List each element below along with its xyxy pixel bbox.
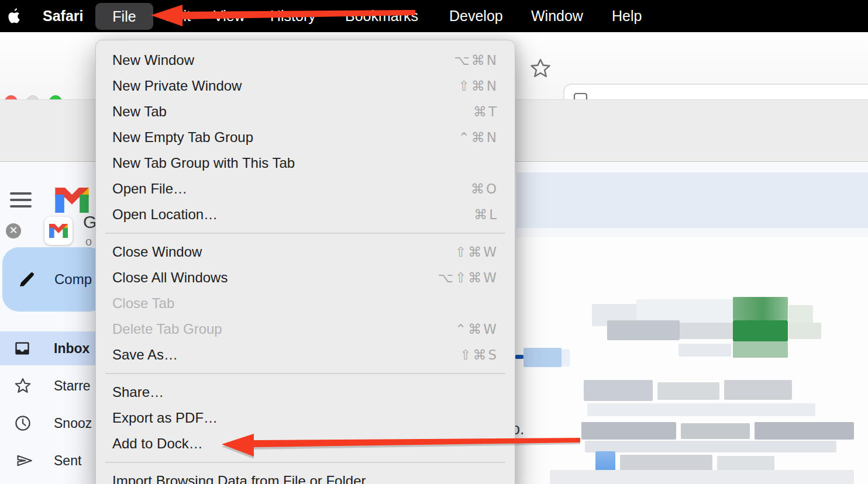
blurred-content-block bbox=[681, 423, 750, 439]
bookmark-star-icon[interactable] bbox=[529, 57, 552, 79]
menu-item-delete-tab-group: Delete Tab Group⌃⌘W bbox=[96, 316, 515, 342]
menubar-item-safari[interactable]: Safari bbox=[43, 0, 83, 32]
inbox-icon bbox=[14, 340, 30, 357]
sidebar-item-label: Sent bbox=[54, 444, 81, 478]
menu-item-new-empty-tab-group[interactable]: New Empty Tab Group⌃⌘N bbox=[96, 125, 515, 150]
blurred-content-block bbox=[788, 305, 813, 325]
star-icon bbox=[14, 377, 32, 395]
menu-separator bbox=[105, 233, 505, 234]
menu-item-new-window[interactable]: New Window⌥⌘N bbox=[96, 47, 515, 73]
compose-label: Comp bbox=[54, 247, 92, 312]
blurred-content-block bbox=[657, 382, 719, 400]
menubar-item-file-highlight[interactable]: File bbox=[95, 3, 153, 30]
menu-separator bbox=[105, 462, 505, 463]
menubar-item-help[interactable]: Help bbox=[612, 0, 642, 32]
menu-item-new-tab-group-with-this-tab[interactable]: New Tab Group with This Tab bbox=[96, 150, 515, 176]
file-menu-dropdown: New Window⌥⌘N New Private Window⇧⌘N New … bbox=[95, 40, 515, 484]
menubar-item-develop[interactable]: Develop bbox=[449, 0, 503, 32]
gmail-logo bbox=[55, 188, 89, 213]
menubar-item-bookmarks[interactable]: Bookmarks bbox=[345, 0, 418, 32]
blurred-content-block bbox=[680, 323, 733, 339]
hamburger-menu-icon[interactable] bbox=[10, 192, 32, 212]
tab-close-icon[interactable]: ✕ bbox=[6, 223, 21, 238]
menu-item-close-tab: Close Tab bbox=[96, 291, 515, 316]
menu-item-new-private-window[interactable]: New Private Window⇧⌘N bbox=[96, 73, 515, 99]
apple-menu-icon[interactable] bbox=[8, 8, 21, 25]
menu-item-save-as[interactable]: Save As…⇧⌘S bbox=[96, 342, 515, 368]
sidebar-item-label: Snooz bbox=[54, 406, 92, 440]
blurred-content-block bbox=[585, 441, 836, 452]
tab-title[interactable]: G bbox=[83, 212, 97, 232]
menubar-item-window[interactable]: Window bbox=[531, 0, 583, 32]
blurred-content-block bbox=[788, 323, 821, 339]
sidebar-item-label: Inbox bbox=[54, 331, 89, 365]
sidebar-item-starred[interactable]: Starre bbox=[0, 369, 106, 403]
compose-pencil-icon bbox=[18, 270, 36, 289]
menu-item-close-all-windows[interactable]: Close All Windows⌥⇧⌘W bbox=[96, 265, 515, 291]
blurred-content-block bbox=[755, 422, 854, 440]
sidebar-item-sent[interactable]: Sent bbox=[0, 444, 106, 478]
gmail-favicon bbox=[44, 217, 73, 245]
blurred-selection-bar bbox=[515, 355, 523, 359]
content-band-searchbar bbox=[516, 172, 868, 228]
content-band bbox=[516, 163, 868, 172]
blurred-content-block bbox=[550, 470, 854, 484]
tab-subtitle: o bbox=[85, 235, 92, 248]
menu-separator bbox=[105, 373, 505, 374]
menubar-item-history[interactable]: History bbox=[270, 0, 316, 32]
sidebar-item-snoozed[interactable]: Snooz bbox=[0, 406, 106, 440]
menu-item-import-browsing-data[interactable]: Import Browsing Data from File or Folder bbox=[96, 468, 515, 484]
menubar-item-file: File bbox=[95, 3, 153, 30]
blurred-content-block bbox=[620, 455, 712, 471]
menu-item-share[interactable]: Share… bbox=[96, 379, 515, 405]
blurred-selection-chip bbox=[523, 348, 562, 367]
blurred-content-block bbox=[733, 320, 788, 341]
blurred-content-block bbox=[733, 297, 788, 320]
menubar-item-view[interactable]: View bbox=[213, 0, 245, 32]
macos-menubar: File Safari Edit View History Bookmarks … bbox=[0, 0, 868, 32]
menu-item-export-as-pdf[interactable]: Export as PDF… bbox=[96, 405, 515, 431]
blurred-content-block bbox=[733, 341, 788, 358]
send-icon bbox=[15, 452, 33, 469]
clock-icon bbox=[14, 414, 32, 432]
menu-item-add-to-dock[interactable]: Add to Dock… bbox=[96, 431, 515, 457]
content-band bbox=[516, 228, 868, 237]
menu-item-open-file[interactable]: Open File…⌘O bbox=[96, 176, 515, 202]
menu-item-new-tab[interactable]: New Tab⌘T bbox=[96, 99, 515, 125]
sidebar-item-label: Starre bbox=[54, 369, 91, 403]
blurred-content-block bbox=[584, 380, 653, 401]
menubar-item-edit[interactable]: Edit bbox=[166, 0, 191, 32]
menu-item-close-window[interactable]: Close Window⇧⌘W bbox=[96, 239, 515, 265]
blurred-content-block bbox=[607, 320, 680, 340]
blurred-content-block bbox=[678, 344, 731, 357]
menu-item-open-location[interactable]: Open Location…⌘L bbox=[96, 202, 515, 227]
blurred-content-block bbox=[717, 456, 774, 470]
blurred-content-block bbox=[724, 380, 792, 400]
blurred-content-block bbox=[562, 349, 570, 367]
blurred-content-block bbox=[587, 403, 815, 416]
sidebar-item-inbox[interactable]: Inbox bbox=[0, 331, 106, 365]
blurred-content-block bbox=[581, 422, 676, 440]
compose-button[interactable]: Comp bbox=[2, 247, 105, 312]
